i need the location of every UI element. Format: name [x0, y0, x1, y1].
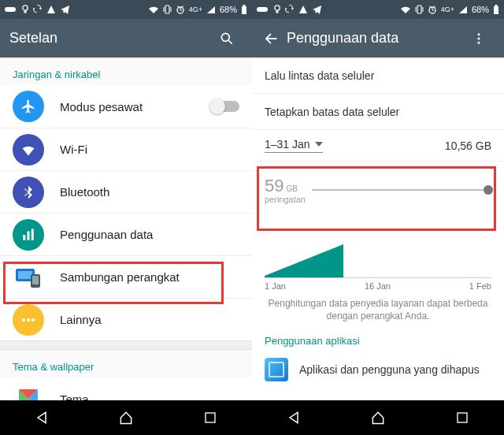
- row-limit-toggle[interactable]: Tetapkan batas data seluler: [252, 94, 504, 130]
- wifi-row-icon: [13, 134, 44, 165]
- row-cellular-toggle[interactable]: Lalu lintas data seluler: [252, 58, 504, 94]
- chart-xaxis: 1 Jan 16 Jan 1 Feb: [252, 280, 504, 297]
- row-airplane-mode[interactable]: Modus pesawat: [0, 85, 252, 128]
- bulb-icon: [273, 5, 281, 14]
- section-divider: [0, 340, 252, 350]
- row-label: Tema: [60, 392, 239, 401]
- svg-rect-0: [5, 7, 16, 12]
- back-button[interactable]: [255, 30, 287, 47]
- battery-icon: [493, 5, 499, 14]
- svg-rect-2: [24, 11, 27, 13]
- data-usage-screen: 4G+ 68% Penggunaan data Lalu lintas data…: [252, 0, 504, 435]
- search-icon: [219, 31, 235, 46]
- xaxis-tick: 1 Jan: [265, 281, 286, 291]
- dropdown-icon: [315, 142, 323, 147]
- vibrate-icon: [163, 5, 172, 14]
- nav-bar: [0, 400, 252, 435]
- row-wifi[interactable]: Wi-Fi: [0, 128, 252, 170]
- svg-point-32: [478, 37, 480, 39]
- row-label: Lainnya: [60, 313, 239, 326]
- notification-icon: [5, 6, 17, 13]
- row-period[interactable]: 1–31 Jan 10,56 GB: [252, 130, 504, 162]
- svg-point-1: [23, 6, 28, 10]
- svg-rect-34: [458, 413, 467, 422]
- usage-amount: 10,56 GB: [445, 139, 491, 152]
- svg-rect-29: [494, 6, 498, 14]
- period-selector[interactable]: 1–31 Jan: [265, 138, 323, 153]
- xaxis-tick: 16 Jan: [365, 281, 391, 291]
- svg-point-33: [478, 41, 480, 43]
- signal-icon: [206, 6, 216, 14]
- alarm-icon: [176, 5, 185, 14]
- svg-point-23: [275, 6, 280, 10]
- data-usage-icon: [13, 219, 44, 251]
- airplane-switch[interactable]: [211, 101, 239, 112]
- overflow-button[interactable]: [463, 32, 495, 46]
- row-label: Sambungan perangkat: [60, 270, 239, 284]
- svg-rect-12: [28, 231, 30, 240]
- warning-slider-handle[interactable]: [484, 185, 493, 195]
- row-theme[interactable]: Tema: [0, 377, 252, 400]
- bulb-icon: [21, 5, 29, 14]
- wifi-icon: [400, 6, 411, 14]
- svg-rect-7: [242, 6, 246, 14]
- row-label: Wi-Fi: [60, 143, 239, 156]
- sync-icon: [33, 5, 43, 14]
- device-connection-icon: [13, 262, 44, 293]
- svg-point-19: [27, 318, 30, 322]
- warning-unit: GB: [286, 184, 297, 193]
- app-bar: Setelan: [0, 19, 252, 58]
- svg-rect-25: [417, 6, 421, 13]
- nav-recent[interactable]: [187, 400, 234, 435]
- row-label: Lalu lintas data seluler: [265, 69, 491, 82]
- row-device-connection[interactable]: Sambungan perangkat: [0, 255, 252, 298]
- svg-rect-13: [32, 229, 34, 240]
- warning-icon: [298, 5, 308, 14]
- warning-limit-area[interactable]: 59GB peringatan: [252, 162, 504, 210]
- nav-home[interactable]: [354, 400, 402, 435]
- nav-bar: [252, 400, 504, 435]
- svg-point-9: [221, 33, 229, 41]
- svg-rect-8: [243, 5, 246, 6]
- svg-rect-30: [495, 5, 498, 6]
- search-button[interactable]: [211, 31, 243, 46]
- svg-point-18: [22, 318, 25, 322]
- vibrate-icon: [415, 5, 424, 14]
- row-label: Modus pesawat: [60, 100, 211, 113]
- warning-icon: [46, 5, 56, 14]
- disclaimer-text: Penghitungan data penyedia layanan dapat…: [252, 297, 504, 330]
- svg-rect-3: [165, 6, 169, 13]
- network-type: 4G+: [441, 6, 454, 13]
- wifi-icon: [148, 6, 159, 14]
- row-bluetooth[interactable]: Bluetooth: [0, 170, 252, 213]
- airplane-icon: [13, 91, 44, 122]
- theme-icon: [13, 383, 44, 400]
- data-usage-content[interactable]: Lalu lintas data seluler Tetapkan batas …: [252, 58, 504, 400]
- battery-percent: 68%: [472, 5, 489, 14]
- svg-point-20: [32, 318, 35, 322]
- section-header-theme: Tema & wallpaper: [0, 350, 252, 377]
- warning-value: 59: [265, 176, 284, 196]
- page-title: Setelan: [9, 30, 211, 46]
- page-title: Penggunaan data: [287, 30, 463, 46]
- section-header-apps: Penggunaan aplikasi: [252, 330, 504, 351]
- period-value: 1–31 Jan: [265, 138, 310, 151]
- app-bar: Penggunaan data: [252, 19, 504, 58]
- nav-back[interactable]: [18, 400, 65, 435]
- warning-label: peringatan: [265, 195, 306, 204]
- row-app-deleted[interactable]: Aplikasi dan pengguna yang dihapus: [252, 351, 504, 388]
- bluetooth-icon: [13, 177, 44, 208]
- status-bar: 4G+ 68%: [252, 0, 504, 19]
- svg-point-31: [478, 33, 480, 35]
- nav-home[interactable]: [102, 400, 150, 435]
- row-label: Penggunaan data: [60, 228, 239, 241]
- more-vert-icon: [472, 32, 486, 46]
- row-label: Bluetooth: [60, 185, 239, 199]
- battery-percent: 68%: [220, 5, 237, 14]
- row-data-usage[interactable]: Penggunaan data: [0, 213, 252, 255]
- settings-list[interactable]: Jaringan & nirkabel Modus pesawat Wi-Fi …: [0, 58, 252, 400]
- row-more[interactable]: Lainnya: [0, 298, 252, 340]
- signal-icon: [458, 6, 468, 14]
- nav-recent[interactable]: [439, 400, 486, 435]
- nav-back[interactable]: [270, 400, 317, 435]
